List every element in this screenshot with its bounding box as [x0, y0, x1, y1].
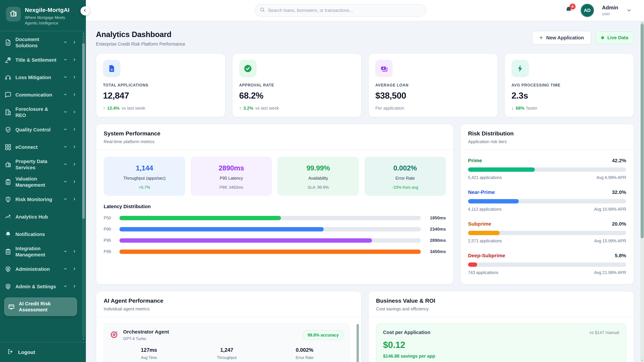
page-scrollbar-thumb[interactable] — [641, 24, 644, 238]
sidebar-scrollbar[interactable]: ▲ ▼ — [82, 34, 85, 337]
sidebar-nav: Document Solutions Title & Settlement Lo… — [0, 31, 86, 342]
metric-tile-throughput: 1,144 Throughput (apps/sec) +5.7% — [104, 157, 185, 196]
chevron-down-icon[interactable] — [64, 57, 68, 63]
arrow-up-icon: ↑ — [103, 106, 105, 111]
latency-distribution-title: Latency Distribution — [104, 204, 446, 209]
shield-user-icon — [5, 266, 12, 273]
sidebar-item-admin-settings[interactable]: Admin & Settings — [5, 280, 77, 293]
chevron-right-icon[interactable] — [72, 196, 76, 202]
sidebar-item-ai-credit-risk-assessment[interactable]: AI Credit Risk Assessment — [4, 297, 77, 316]
risk-bar — [468, 231, 500, 235]
chevron-down-icon[interactable] — [64, 92, 68, 98]
chevron-right-icon[interactable] — [72, 144, 76, 150]
latency-bar — [120, 238, 372, 243]
chevron-down-icon[interactable] — [64, 196, 68, 202]
chevron-down-icon[interactable] — [64, 127, 68, 133]
scroll-down-icon[interactable]: ▼ — [640, 359, 644, 362]
sidebar-item-property-data-services[interactable]: Property Data Services — [5, 158, 77, 171]
chevron-down-icon[interactable] — [64, 249, 68, 255]
risk-bar — [468, 167, 535, 172]
logout-button[interactable]: Logout — [8, 349, 78, 356]
sidebar-item-label: AI Credit Risk Assessment — [19, 301, 73, 313]
cost-value: $0.12 — [383, 340, 619, 350]
sidebar-item-label: eConnect — [16, 144, 59, 150]
kpi-label: AVG PROCESSING TIME — [512, 83, 627, 87]
agent-list-scrollbar[interactable] — [356, 324, 359, 362]
sidebar-scrollbar-thumb[interactable] — [82, 43, 85, 219]
avatar[interactable]: AD — [580, 4, 594, 17]
agent-list-scrollbar-thumb[interactable] — [356, 324, 359, 362]
chevron-down-icon[interactable] — [64, 74, 68, 80]
grid-icon — [5, 144, 12, 150]
scroll-up-icon[interactable]: ▲ — [82, 32, 85, 34]
card-check-icon — [8, 303, 15, 310]
agent-model: GPT-4 Turbo — [123, 336, 169, 341]
shield-user-icon — [5, 283, 12, 290]
sidebar-item-title-settlement[interactable]: Title & Settlement — [5, 53, 77, 67]
notifications-button[interactable]: 4 — [565, 6, 572, 15]
sidebar-item-label: Notifications — [16, 231, 77, 237]
shield-icon — [5, 196, 12, 203]
chevron-down-icon[interactable] — [64, 39, 68, 45]
chevron-down-icon[interactable] — [626, 7, 632, 13]
chevron-right-icon[interactable] — [72, 109, 76, 115]
agent-list: Orchestrator Agent GPT-4 Turbo 99.8% acc… — [96, 317, 361, 362]
panel-subtitle: Application risk tiers — [468, 139, 626, 144]
page-scrollbar[interactable]: ▲ ▼ — [640, 21, 644, 362]
sidebar-item-quality-control[interactable]: Quality Control — [5, 123, 77, 136]
sidebar-item-label: Loss Mitigation — [16, 74, 59, 80]
scroll-down-icon[interactable]: ▼ — [82, 338, 85, 340]
chevron-down-icon[interactable] — [64, 179, 68, 185]
chevron-right-icon[interactable] — [72, 284, 76, 290]
chevron-right-icon[interactable] — [72, 249, 76, 255]
chevron-down-icon[interactable] — [64, 266, 68, 272]
metric-tile-p95-latency: 2890ms P95 Latency P99: 3450ms — [190, 157, 272, 196]
sidebar-item-integration-management[interactable]: Integration Management — [5, 245, 77, 258]
latency-bar — [120, 216, 281, 220]
risk-tier-prime: Prime 42.2% 5,421 applicationsAvg 6.99% … — [468, 153, 626, 184]
sidebar-item-risk-monitoring[interactable]: Risk Monitoring — [5, 193, 77, 206]
sidebar-item-analytics-hub[interactable]: Analytics Hub — [5, 210, 77, 224]
sidebar-item-label: Document Solutions — [16, 36, 59, 49]
search-input[interactable] — [268, 8, 421, 13]
latency-bar — [120, 250, 421, 254]
chevron-down-icon[interactable] — [64, 284, 68, 290]
new-application-button[interactable]: + New Application — [532, 31, 591, 44]
user-info[interactable]: Admin user — [602, 5, 618, 16]
chevron-down-icon[interactable] — [64, 109, 68, 115]
sidebar-item-foreclosure-reo[interactable]: Foreclosure & REO — [5, 106, 77, 119]
document-icon — [5, 39, 12, 46]
house-data-icon — [5, 161, 12, 168]
chevron-down-icon[interactable] — [64, 144, 68, 150]
gavel-icon — [5, 57, 12, 63]
top-header: 4 AD Admin user — [86, 0, 644, 21]
sidebar-collapse-button[interactable] — [80, 6, 90, 15]
chevron-right-icon[interactable] — [72, 266, 76, 272]
chevron-down-icon[interactable] — [64, 162, 68, 168]
live-data-badge: Live Data — [595, 31, 634, 44]
sidebar-item-communication[interactable]: Communication — [5, 88, 77, 102]
chevron-right-icon[interactable] — [72, 92, 76, 98]
chevron-right-icon[interactable] — [72, 57, 76, 63]
banknotes-icon — [375, 60, 393, 77]
chevron-right-icon[interactable] — [72, 127, 76, 133]
app-title: Nexgile-MortgAI — [25, 7, 76, 13]
sidebar-item-label: Valuation Management — [16, 176, 59, 188]
latency-row-p95: P95 2890ms — [104, 238, 446, 243]
kpi-card-approval-rate: APPROVAL RATE 68.2% ↑ 3.2% vs last week — [232, 53, 362, 117]
panel-title: Business Value & ROI — [376, 298, 626, 304]
chevron-right-icon[interactable] — [72, 162, 76, 168]
sidebar-item-valuation-management[interactable]: Valuation Management — [5, 175, 77, 189]
sidebar-item-label: Admin & Settings — [16, 284, 59, 290]
sidebar-item-administration[interactable]: Administration — [5, 263, 77, 276]
sidebar-item-loss-mitigation[interactable]: Loss Mitigation — [5, 71, 77, 84]
chevron-right-icon[interactable] — [72, 39, 76, 45]
search-input-wrapper[interactable] — [254, 4, 426, 17]
chevron-right-icon[interactable] — [72, 179, 76, 185]
kpi-label: APPROVAL RATE — [239, 83, 354, 87]
sidebar-item-econnect[interactable]: eConnect — [5, 140, 77, 154]
sidebar-item-notifications[interactable]: Notifications — [5, 228, 77, 241]
house-logo-icon — [10, 9, 18, 19]
chevron-right-icon[interactable] — [72, 74, 76, 80]
sidebar-item-document-solutions[interactable]: Document Solutions — [5, 36, 77, 49]
